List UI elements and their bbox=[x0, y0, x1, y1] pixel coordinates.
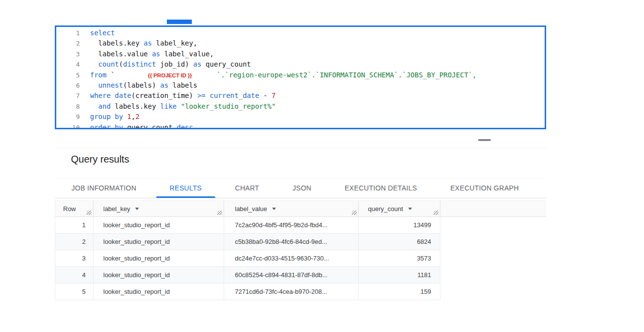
redaction-marker bbox=[167, 20, 192, 24]
cell-label-value: c5b38ba0-92b8-4fc6-84cd-9ed... bbox=[224, 234, 359, 250]
code-token: label_value, bbox=[160, 50, 214, 58]
code-token: job_id) bbox=[156, 60, 193, 68]
results-table: Row label_key label_value query_count 1l… bbox=[55, 200, 546, 300]
cell-row-number: 5 bbox=[55, 284, 93, 300]
cell-row-number: 2 bbox=[55, 234, 93, 250]
code-token: order by bbox=[90, 123, 123, 129]
tab-execution-graph[interactable]: EXECUTION GRAPH bbox=[434, 178, 535, 198]
code-line: 10order by query_count desc bbox=[56, 122, 545, 129]
column-resize-icon[interactable] bbox=[352, 211, 357, 215]
code-token bbox=[90, 81, 98, 89]
code-token bbox=[90, 60, 98, 68]
code-text: order by query_count desc bbox=[90, 122, 193, 129]
code-token: select bbox=[90, 29, 115, 37]
column-resize-icon[interactable] bbox=[217, 211, 222, 215]
code-token: labels.value bbox=[90, 50, 152, 58]
code-token: date bbox=[115, 92, 132, 99]
query-results-title: Query results bbox=[71, 154, 129, 165]
code-token: group by bbox=[90, 113, 127, 120]
code-token: labels bbox=[168, 81, 197, 89]
code-text: where date(creation_time) >= current_dat… bbox=[90, 91, 276, 101]
column-header-label: label_value bbox=[235, 205, 267, 213]
code-token: query_count bbox=[202, 60, 251, 68]
code-token: 2 bbox=[136, 113, 139, 120]
table-row[interactable]: 3looker_studio_report_iddc24e7cc-d033-45… bbox=[55, 250, 440, 267]
line-number: 5 bbox=[56, 70, 80, 80]
tab-json[interactable]: JSON bbox=[276, 178, 328, 198]
column-header-label: label_key bbox=[103, 205, 130, 213]
table-row[interactable]: 1looker_studio_report_id7c2ac90d-4bf5-4f… bbox=[55, 217, 440, 234]
code-text: group by 1,2 bbox=[90, 112, 139, 122]
project-id-badge: {{ PROJECT ID }} bbox=[148, 72, 192, 78]
code-line: 6 unnest(labels) as labels bbox=[56, 80, 545, 91]
code-line: 2 labels.key as label_key, bbox=[56, 38, 545, 48]
code-token: distinct bbox=[123, 60, 156, 68]
column-resize-icon[interactable] bbox=[434, 211, 438, 215]
code-text: select bbox=[90, 28, 115, 38]
code-token: current_date bbox=[209, 92, 259, 99]
code-token bbox=[90, 102, 98, 110]
editor-lines: 1select2 labels.key as label_key,3 label… bbox=[56, 28, 545, 129]
panel-resize-handle[interactable] bbox=[478, 139, 491, 141]
code-token: (creation_time) bbox=[131, 92, 197, 99]
cell-label-key: looker_studio_report_id bbox=[93, 267, 224, 283]
code-line: 8 and labels.key like "looker_studio_rep… bbox=[56, 101, 545, 112]
code-line: 7where date(creation_time) >= current_da… bbox=[56, 91, 545, 101]
code-token: desc bbox=[177, 123, 193, 129]
code-token: like bbox=[160, 102, 177, 110]
tab-results[interactable]: RESULTS bbox=[153, 178, 219, 198]
code-token: labels.key bbox=[111, 102, 160, 110]
code-text: count(distinct job_id) as query_count bbox=[90, 59, 251, 70]
line-number: 6 bbox=[56, 80, 80, 91]
table-row[interactable]: 2looker_studio_report_idc5b38ba0-92b8-4f… bbox=[55, 234, 440, 250]
code-text: from ` {{ PROJECT ID }} `.`region-europe… bbox=[90, 70, 477, 80]
tab-job-information[interactable]: JOB INFORMATION bbox=[55, 178, 153, 198]
column-header-query-count[interactable]: query_count bbox=[359, 201, 440, 216]
dropdown-arrow-icon[interactable] bbox=[135, 208, 139, 210]
dropdown-arrow-icon[interactable] bbox=[272, 208, 276, 210]
column-header-label-value[interactable]: label_value bbox=[224, 201, 359, 216]
column-header-label-key[interactable]: label_key bbox=[93, 201, 224, 216]
code-token: query_count bbox=[123, 123, 177, 129]
table-row[interactable]: 5looker_studio_report_id7271cd6d-73fc-4c… bbox=[55, 284, 440, 300]
sql-editor[interactable]: 1select2 labels.key as label_key,3 label… bbox=[55, 25, 546, 129]
cell-label-value: 7271cd6d-73fc-4cea-b970-208... bbox=[224, 284, 359, 300]
cell-query-count: 3573 bbox=[359, 250, 440, 266]
line-number: 2 bbox=[56, 38, 80, 48]
code-token: as bbox=[152, 50, 160, 58]
line-number: 8 bbox=[56, 101, 80, 112]
tab-execution-details[interactable]: EXECUTION DETAILS bbox=[328, 178, 434, 198]
code-token: as bbox=[144, 39, 152, 47]
table-row[interactable]: 4looker_studio_report_id60c85254-c894-48… bbox=[55, 267, 440, 284]
column-header-row[interactable]: Row bbox=[55, 201, 93, 216]
table-header-filler bbox=[440, 201, 546, 216]
line-number: 4 bbox=[56, 59, 80, 70]
code-line: 5from ` {{ PROJECT ID }} `.`region-europ… bbox=[56, 70, 545, 80]
cell-row-number: 1 bbox=[55, 217, 93, 233]
table-header-row: Row label_key label_value query_count bbox=[55, 200, 546, 217]
dropdown-arrow-icon[interactable] bbox=[408, 208, 412, 210]
code-text: and labels.key like "looker_studio_repor… bbox=[90, 101, 276, 112]
code-token: 7 bbox=[272, 92, 276, 99]
line-number: 7 bbox=[56, 91, 80, 101]
code-line: 3 labels.value as label_value, bbox=[56, 49, 545, 59]
code-token: and bbox=[98, 102, 111, 110]
cell-label-key: looker_studio_report_id bbox=[93, 250, 224, 266]
code-line: 9group by 1,2 bbox=[56, 112, 545, 122]
code-text: unnest(labels) as labels bbox=[90, 80, 197, 91]
code-token: `.`region-europe-west2`.`INFORMATION_SCH… bbox=[217, 71, 477, 79]
column-resize-icon[interactable] bbox=[87, 211, 92, 215]
panel-divider bbox=[55, 148, 546, 148]
code-text: labels.value as label_value, bbox=[90, 49, 214, 59]
code-token: where bbox=[90, 92, 115, 99]
cell-query-count: 159 bbox=[359, 284, 440, 300]
code-token: labels.key bbox=[90, 39, 144, 47]
results-tabbar: JOB INFORMATIONRESULTSCHARTJSONEXECUTION… bbox=[55, 178, 546, 198]
cell-query-count: 1181 bbox=[359, 267, 440, 283]
code-token: , bbox=[131, 113, 135, 120]
code-line: 4 count(distinct job_id) as query_count bbox=[56, 59, 545, 70]
code-token: count bbox=[98, 60, 119, 68]
code-token: >= bbox=[197, 92, 209, 99]
code-token: unnest bbox=[98, 81, 123, 89]
tab-chart[interactable]: CHART bbox=[218, 178, 276, 198]
